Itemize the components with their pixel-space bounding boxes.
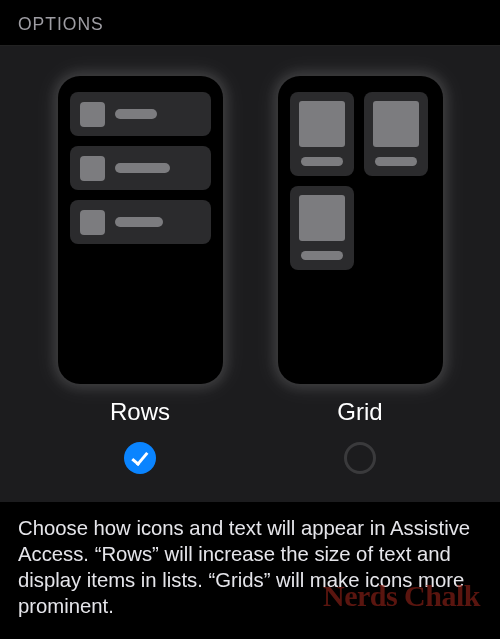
grid-item [290,186,354,270]
placeholder-icon [373,101,419,147]
option-grid[interactable]: Grid [278,76,443,474]
option-rows[interactable]: Rows [58,76,223,474]
placeholder-icon [299,101,345,147]
radio-grid[interactable] [344,442,376,474]
section-footer: Choose how icons and text will appear in… [0,502,500,630]
placeholder-icon [299,195,345,241]
checkmark-icon [131,448,148,466]
option-label-grid: Grid [337,398,382,426]
radio-rows[interactable] [124,442,156,474]
placeholder-text [301,251,343,260]
layout-options-panel: Rows Grid [0,46,500,502]
option-label-rows: Rows [110,398,170,426]
placeholder-icon [80,210,105,235]
grid-wrap [290,92,431,270]
grid-item [364,92,428,176]
placeholder-text [115,217,163,227]
section-header: OPTIONS [0,0,500,46]
placeholder-icon [80,102,105,127]
list-item [70,92,211,136]
placeholder-icon [80,156,105,181]
placeholder-text [301,157,343,166]
placeholder-text [115,109,157,119]
section-title: OPTIONS [18,14,482,35]
rows-preview [58,76,223,384]
list-item [70,200,211,244]
list-item [70,146,211,190]
placeholder-text [115,163,170,173]
placeholder-text [375,157,417,166]
grid-preview [278,76,443,384]
footer-text: Choose how icons and text will appear in… [18,517,470,617]
grid-item [290,92,354,176]
